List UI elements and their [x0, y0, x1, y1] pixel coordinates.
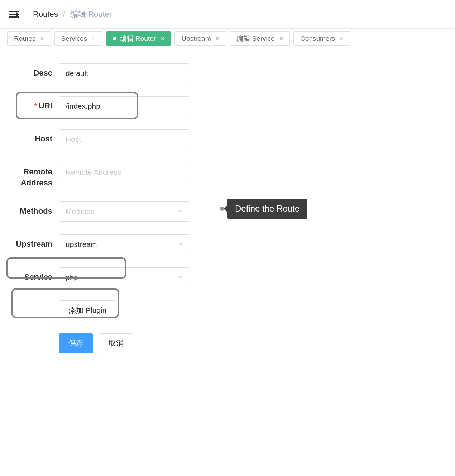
- row-desc: Desc: [7, 63, 448, 83]
- tab-services[interactable]: Services ×: [54, 31, 102, 46]
- tab-routes[interactable]: Routes ×: [7, 31, 51, 46]
- tooltip-define-route: Define the Route: [220, 199, 307, 219]
- remote-input[interactable]: [59, 162, 190, 182]
- host-input[interactable]: [59, 129, 190, 149]
- desc-input[interactable]: [59, 63, 190, 83]
- app-header: Routes / 编辑 Router: [0, 0, 455, 29]
- methods-select-value: Methods: [66, 207, 95, 216]
- menu-toggle-icon[interactable]: [9, 9, 19, 19]
- label-upstream: Upstream: [7, 234, 59, 250]
- chevron-down-icon: [177, 240, 183, 249]
- label-service: Service: [7, 267, 59, 283]
- close-icon[interactable]: ×: [161, 35, 164, 42]
- label-uri: *URI: [7, 96, 59, 112]
- label-empty: [7, 333, 59, 337]
- save-button[interactable]: 保存: [59, 333, 93, 353]
- tooltip-bubble: Define the Route: [227, 199, 307, 219]
- close-icon[interactable]: ×: [280, 35, 283, 42]
- breadcrumb-root[interactable]: Routes: [33, 10, 58, 19]
- close-icon[interactable]: ×: [40, 35, 44, 42]
- cancel-button[interactable]: 取消: [99, 333, 133, 353]
- tab-label: 编辑 Service: [236, 34, 275, 43]
- service-select[interactable]: php: [59, 267, 190, 287]
- label-empty: [7, 300, 59, 305]
- row-host: Host: [7, 129, 448, 149]
- label-methods: Methods: [7, 201, 59, 217]
- label-uri-text: URI: [39, 101, 52, 110]
- label-host: Host: [7, 129, 59, 145]
- close-icon[interactable]: ×: [92, 35, 95, 42]
- tab-label: Services: [61, 35, 87, 43]
- route-form: Desc *URI Host Remote Address Methods Me…: [0, 49, 455, 368]
- upstream-select[interactable]: upstream: [59, 234, 190, 254]
- breadcrumb: Routes / 编辑 Router: [33, 9, 112, 20]
- methods-select[interactable]: Methods: [59, 201, 190, 222]
- tab-label: Upstream: [181, 35, 211, 43]
- tab-label: Routes: [14, 35, 35, 43]
- row-uri: *URI: [7, 96, 448, 116]
- upstream-select-value: upstream: [66, 240, 97, 249]
- row-plugin: 添加 Plugin: [7, 300, 448, 320]
- tab-label: Consumers: [300, 35, 335, 43]
- tab-label: 编辑 Router: [120, 34, 156, 43]
- add-plugin-button[interactable]: 添加 Plugin: [59, 300, 116, 320]
- service-select-value: php: [66, 273, 78, 282]
- chevron-down-icon: [177, 207, 183, 216]
- row-actions: 保存 取消: [7, 333, 448, 353]
- breadcrumb-current: 编辑 Router: [70, 10, 112, 19]
- label-remote: Remote Address: [7, 162, 59, 189]
- label-desc: Desc: [7, 63, 59, 79]
- breadcrumb-separator: /: [63, 10, 65, 19]
- row-remote: Remote Address: [7, 162, 448, 189]
- chevron-down-icon: [177, 273, 183, 282]
- unsaved-dot-icon: [113, 37, 116, 40]
- tab-edit-service[interactable]: 编辑 Service ×: [230, 31, 290, 46]
- tooltip-text: Define the Route: [235, 204, 300, 213]
- uri-input[interactable]: [59, 96, 190, 116]
- tab-consumers[interactable]: Consumers ×: [293, 31, 350, 46]
- close-icon[interactable]: ×: [216, 35, 219, 42]
- tab-upstream[interactable]: Upstream ×: [174, 31, 226, 46]
- tab-edit-router[interactable]: 编辑 Router ×: [106, 31, 171, 46]
- required-mark: *: [34, 101, 38, 110]
- close-icon[interactable]: ×: [340, 35, 343, 42]
- row-upstream: Upstream upstream: [7, 234, 448, 254]
- tab-strip: Routes × Services × 编辑 Router × Upstream…: [0, 29, 455, 49]
- row-service: Service php: [7, 267, 448, 287]
